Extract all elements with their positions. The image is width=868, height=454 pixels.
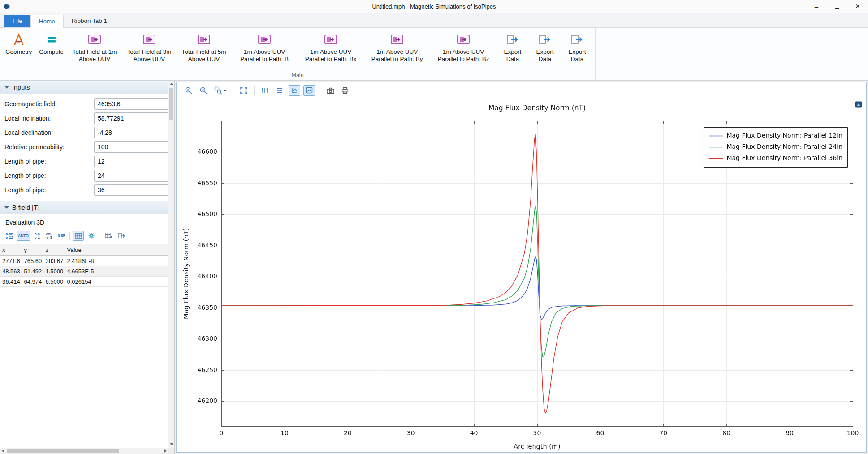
minimize-button[interactable]: – [806, 0, 827, 13]
field-label: Length of pipe: [4, 172, 94, 179]
total-field-3m-button[interactable]: Total Field at 3m Above UUV [123, 30, 176, 64]
copy-table-button[interactable] [104, 231, 114, 241]
vertical-scrollbar[interactable] [168, 81, 174, 448]
parallel-path-bz-button[interactable]: 1m Above UUV Parallel to Path: Bz [431, 30, 496, 64]
export-table-button[interactable] [117, 231, 127, 241]
snapshot-button[interactable] [324, 85, 336, 96]
settings-panel: Inputs Geomagnetic field: Local inclinat… [0, 81, 175, 454]
relative-permeability-input[interactable] [94, 141, 168, 153]
toolbar-separator [320, 86, 320, 95]
geomagnetic-field-input[interactable] [94, 98, 168, 110]
scroll-left-arrow[interactable] [2, 449, 4, 453]
cell-z[interactable]: 383.67 [43, 256, 65, 266]
axis-limits-button[interactable] [259, 85, 271, 96]
table-header-row: x y z Value [0, 244, 168, 256]
parallel-path-bx-button[interactable]: 1m Above UUV Parallel to Path: Bx [298, 30, 363, 64]
export-data-button-2[interactable]: Export Data [530, 30, 560, 64]
button-label: 1m Above UUV Parallel to Path: Bx [301, 48, 360, 63]
compute-icon [45, 32, 58, 47]
pipe-length-24-input[interactable] [94, 170, 168, 182]
zoom-extents-button[interactable] [238, 85, 250, 96]
format-label: AUTO [18, 234, 29, 238]
close-button[interactable]: × [847, 0, 868, 13]
precision-850e-3-button[interactable]: 850 e-3 [44, 231, 54, 241]
tab-home[interactable]: Home [30, 15, 64, 28]
zoom-box-button[interactable] [212, 85, 229, 96]
total-field-1m-button[interactable]: Total Field at 1m Above UUV [68, 30, 121, 64]
cell-x[interactable]: 2771.6 [0, 256, 22, 266]
graphics-context-icon[interactable] [855, 101, 862, 109]
zoom-out-button[interactable] [198, 85, 209, 96]
auto-format-button[interactable]: AUTO [17, 231, 30, 241]
zoom-in-button[interactable] [183, 85, 194, 96]
parallel-path-by-button[interactable]: 1m Above UUV Parallel to Path: By [365, 30, 429, 64]
tab-file[interactable]: File [4, 15, 30, 27]
cell-y[interactable]: 765.60 [22, 256, 43, 266]
section-title: Inputs [12, 84, 30, 91]
table-row[interactable]: 48.563 51.492 1.5000 4.6653E-5 [0, 266, 168, 277]
precision-8-85e-12-button[interactable]: 8.85 e-12 [4, 231, 14, 241]
vertical-scroll-thumb[interactable] [169, 88, 173, 120]
button-label: 1m Above UUV Parallel to Path: B [235, 48, 294, 63]
grid-lines-icon [276, 86, 284, 95]
parallel-path-b-button[interactable]: 1m Above UUV Parallel to Path: B [232, 30, 297, 64]
inputs-section-header[interactable]: Inputs [0, 81, 168, 94]
evaluation-table: x y z Value 2771.6 765.60 383.67 2.4186E… [0, 244, 168, 287]
horizontal-scrollbar[interactable] [0, 448, 168, 454]
button-label: Export Data [500, 48, 525, 63]
tab-ribbon-tab-1[interactable]: Ribbon Tab 1 [64, 15, 115, 27]
column-header-x: x [0, 244, 22, 256]
grid-lines-button[interactable] [274, 85, 285, 96]
plot-canvas[interactable] [177, 99, 866, 452]
geometry-button[interactable]: Geometry [3, 30, 35, 56]
column-header-value: Value [65, 244, 96, 256]
table-row[interactable]: 2771.6 765.60 383.67 2.4186E-8 [0, 256, 168, 266]
button-label: 1m Above UUV Parallel to Path: By [367, 48, 427, 63]
button-label: Compute [39, 48, 64, 56]
compute-button[interactable]: Compute [36, 30, 66, 56]
field-row: Length of pipe: [0, 183, 168, 197]
cell-x[interactable]: 36.414 [0, 277, 22, 287]
plot-group-icon [258, 32, 271, 47]
cell-z[interactable]: 1.5000 [43, 266, 65, 277]
export-data-button-3[interactable]: Export Data [562, 30, 592, 64]
cell-y[interactable]: 51.492 [22, 266, 43, 277]
field-label: Relative permeability: [4, 143, 94, 151]
scroll-right-arrow[interactable] [164, 449, 167, 453]
local-inclination-input[interactable] [94, 112, 168, 124]
scroll-down-arrow[interactable] [170, 443, 173, 445]
camera-icon [326, 86, 335, 95]
field-label: Length of pipe: [4, 158, 94, 165]
total-field-5m-button[interactable]: Total Field at 5m Above UUV [177, 30, 230, 64]
export-data-button-1[interactable]: Export Data [497, 30, 528, 64]
bfield-section-header[interactable]: B field [T] [0, 201, 168, 214]
scrollbar-corner [168, 448, 174, 454]
cell-x[interactable]: 48.563 [0, 266, 22, 277]
cell-y[interactable]: 64.974 [22, 277, 43, 287]
plot-settings-2-button[interactable] [303, 85, 315, 96]
table-row[interactable]: 36.414 64.974 6.5000 0.026154 [0, 277, 168, 287]
precision-0-85-button[interactable]: 0.85 [56, 231, 66, 241]
full-precision-button[interactable] [86, 231, 97, 241]
local-declination-input[interactable] [94, 127, 168, 138]
field-row: Length of pipe: [0, 154, 168, 169]
field-row: Geomagnetic field: [0, 97, 168, 111]
print-button[interactable] [339, 85, 351, 96]
pipe-length-12-input[interactable] [94, 156, 168, 167]
table-view-button[interactable] [73, 231, 84, 241]
maximize-button[interactable] [827, 0, 847, 13]
cell-value[interactable]: 2.4186E-8 [65, 256, 96, 266]
cell-value[interactable]: 4.6653E-5 [65, 266, 96, 277]
cell-filler [96, 277, 168, 287]
scroll-up-arrow[interactable] [170, 83, 173, 85]
plot-settings-1-button[interactable] [289, 85, 300, 96]
cell-filler [96, 266, 168, 277]
cell-value[interactable]: 0.026154 [65, 277, 96, 287]
field-row: Length of pipe: [0, 169, 168, 183]
precision-8-5e-1-button[interactable]: 8.5 e-1 [32, 231, 42, 241]
horizontal-scroll-thumb[interactable] [7, 449, 119, 453]
pipe-length-36-input[interactable] [94, 184, 168, 196]
toolbar-separator [254, 86, 255, 95]
cell-z[interactable]: 6.5000 [43, 277, 65, 287]
zoom-in-icon [185, 86, 193, 95]
